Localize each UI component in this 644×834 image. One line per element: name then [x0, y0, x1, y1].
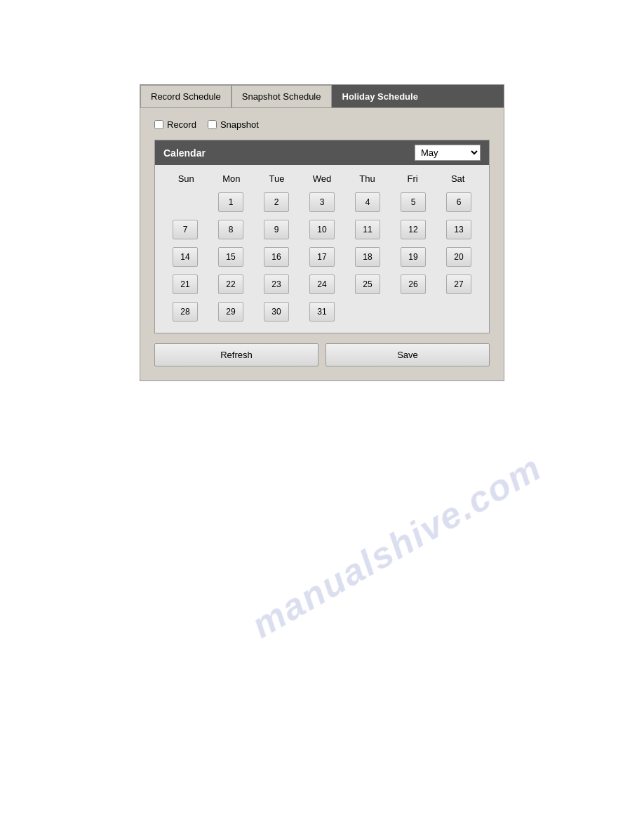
day-header-wed: Wed — [300, 171, 345, 187]
day-button-3[interactable]: 3 — [309, 192, 335, 212]
tab-content: Record Snapshot Calendar JanuaryFebruary… — [140, 108, 504, 380]
day-button-5[interactable]: 5 — [401, 192, 426, 212]
day-button-30[interactable]: 30 — [264, 302, 289, 322]
day-cell: 18 — [346, 244, 389, 270]
day-cell: 31 — [300, 299, 344, 324]
checkbox-row: Record Snapshot — [154, 119, 490, 130]
calendar-days: 1234567891011121314151617181920212223242… — [163, 190, 481, 324]
save-button[interactable]: Save — [326, 343, 490, 366]
calendar-header: Calendar JanuaryFebruaryMarchAprilMayJun… — [155, 140, 489, 165]
tab-snapshot-schedule[interactable]: Snapshot Schedule — [232, 85, 332, 107]
day-button-19[interactable]: 19 — [401, 247, 426, 267]
tab-spacer — [429, 85, 504, 107]
tab-holiday-schedule[interactable]: Holiday Schedule — [332, 85, 429, 107]
day-button-13[interactable]: 13 — [446, 220, 471, 239]
day-cell: 23 — [255, 272, 298, 297]
day-cell: 30 — [255, 299, 298, 324]
day-header-sun: Sun — [163, 171, 209, 187]
day-cell: 9 — [255, 217, 298, 242]
tabs-row: Record Schedule Snapshot Schedule Holida… — [140, 85, 504, 108]
day-button-1[interactable]: 1 — [218, 192, 243, 212]
day-cell: 4 — [346, 190, 389, 215]
day-button-9[interactable]: 9 — [264, 220, 289, 239]
day-cell: 11 — [346, 217, 389, 242]
watermark: manualshive.com — [244, 446, 549, 646]
day-button-22[interactable]: 22 — [218, 274, 243, 294]
calendar-grid: SunMonTueWedThuFriSat 123456789101112131… — [155, 165, 489, 333]
day-button-25[interactable]: 25 — [355, 274, 380, 294]
snapshot-label: Snapshot — [220, 119, 259, 130]
day-button-11[interactable]: 11 — [355, 220, 380, 239]
day-button-7[interactable]: 7 — [173, 220, 198, 239]
calendar-container: Calendar JanuaryFebruaryMarchAprilMayJun… — [154, 140, 490, 333]
day-button-17[interactable]: 17 — [309, 247, 335, 267]
day-cell: 25 — [346, 272, 389, 297]
day-header-sat: Sat — [435, 171, 481, 187]
buttons-row: Refresh Save — [154, 343, 490, 366]
snapshot-checkbox[interactable] — [208, 120, 217, 129]
day-button-31[interactable]: 31 — [309, 302, 335, 322]
day-button-18[interactable]: 18 — [355, 247, 380, 267]
day-cell: 17 — [300, 244, 344, 270]
month-select[interactable]: JanuaryFebruaryMarchAprilMayJuneJulyAugu… — [415, 145, 481, 161]
day-cell: 12 — [391, 217, 435, 242]
day-cell: 14 — [163, 244, 207, 270]
day-cell: 3 — [300, 190, 344, 215]
empty-day-cell — [346, 299, 389, 324]
day-button-29[interactable]: 29 — [218, 302, 243, 322]
day-cell: 22 — [209, 272, 253, 297]
day-cell: 24 — [300, 272, 344, 297]
day-button-10[interactable]: 10 — [309, 220, 335, 239]
day-button-2[interactable]: 2 — [264, 192, 289, 212]
day-button-15[interactable]: 15 — [218, 247, 243, 267]
day-cell: 20 — [437, 244, 481, 270]
day-headers: SunMonTueWedThuFriSat — [163, 171, 481, 187]
record-checkbox-label[interactable]: Record — [154, 119, 196, 130]
day-button-4[interactable]: 4 — [355, 192, 380, 212]
day-cell: 27 — [437, 272, 481, 297]
day-cell: 13 — [437, 217, 481, 242]
day-cell: 5 — [391, 190, 435, 215]
day-button-27[interactable]: 27 — [446, 274, 471, 294]
day-cell: 21 — [163, 272, 207, 297]
day-button-6[interactable]: 6 — [446, 192, 471, 212]
day-button-20[interactable]: 20 — [446, 247, 471, 267]
day-cell: 29 — [209, 299, 253, 324]
day-cell: 7 — [163, 217, 207, 242]
day-cell: 6 — [437, 190, 481, 215]
day-button-12[interactable]: 12 — [401, 220, 426, 239]
tab-record-schedule[interactable]: Record Schedule — [140, 85, 232, 107]
day-header-fri: Fri — [390, 171, 436, 187]
day-button-21[interactable]: 21 — [173, 274, 198, 294]
empty-day-cell — [163, 190, 207, 215]
calendar-title: Calendar — [163, 147, 206, 159]
day-cell: 10 — [300, 217, 344, 242]
main-container: Record Schedule Snapshot Schedule Holida… — [140, 84, 504, 381]
day-button-16[interactable]: 16 — [264, 247, 289, 267]
refresh-button[interactable]: Refresh — [154, 343, 318, 366]
day-cell: 8 — [209, 217, 253, 242]
record-checkbox[interactable] — [154, 120, 163, 129]
month-select-wrapper: JanuaryFebruaryMarchAprilMayJuneJulyAugu… — [415, 145, 481, 161]
day-cell: 1 — [209, 190, 253, 215]
day-cell: 19 — [391, 244, 435, 270]
day-button-8[interactable]: 8 — [218, 220, 243, 239]
day-button-24[interactable]: 24 — [309, 274, 335, 294]
empty-day-cell — [437, 299, 481, 324]
day-header-thu: Thu — [344, 171, 390, 187]
empty-day-cell — [391, 299, 435, 324]
day-header-tue: Tue — [254, 171, 300, 187]
day-button-28[interactable]: 28 — [173, 302, 198, 322]
day-cell: 16 — [255, 244, 298, 270]
snapshot-checkbox-label[interactable]: Snapshot — [208, 119, 259, 130]
day-cell: 15 — [209, 244, 253, 270]
day-button-26[interactable]: 26 — [401, 274, 426, 294]
day-cell: 26 — [391, 272, 435, 297]
day-button-23[interactable]: 23 — [264, 274, 289, 294]
record-label: Record — [167, 119, 196, 130]
day-button-14[interactable]: 14 — [173, 247, 198, 267]
day-header-mon: Mon — [209, 171, 255, 187]
day-cell: 28 — [163, 299, 207, 324]
day-cell: 2 — [255, 190, 298, 215]
